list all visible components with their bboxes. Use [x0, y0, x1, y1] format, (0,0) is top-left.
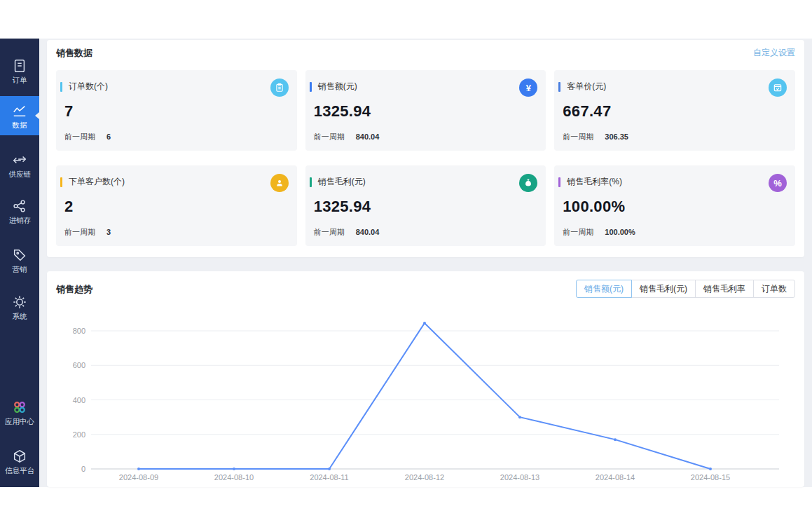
app-center-icon	[12, 400, 27, 415]
tab-gross-profit[interactable]: 销售毛利(元)	[631, 280, 696, 298]
card-title: 销售额(元)	[318, 81, 357, 93]
card-accent-bar	[310, 177, 312, 187]
prev-period-label: 前一周期	[64, 132, 95, 141]
prev-period-value: 306.35	[605, 132, 628, 141]
prev-period-label: 前一周期	[563, 132, 593, 141]
sales-trend-title: 销售趋势	[56, 283, 92, 296]
sidebar-item-info-platform[interactable]: 信息平台	[0, 442, 39, 481]
stat-cards: 订单数(个) 7 前一周期6 销售额(元) ¥	[56, 70, 795, 246]
dashboard-page: 订单 数据 供应链 进销存 营销	[0, 0, 812, 532]
marketing-tag-icon	[12, 247, 27, 263]
tab-order-count[interactable]: 订单数	[753, 280, 795, 298]
card-title: 订单数(个)	[69, 81, 108, 93]
inventory-nodes-icon	[12, 198, 27, 214]
card-accent-bar	[60, 82, 62, 92]
card-accent-bar	[60, 177, 62, 187]
calendar-check-icon	[769, 79, 787, 97]
svg-text:2024-08-13: 2024-08-13	[500, 473, 539, 482]
sidebar-item-label: 应用中心	[5, 418, 34, 425]
sidebar-item-label: 订单	[13, 76, 27, 83]
sidebar-item-system[interactable]: 系统	[0, 287, 39, 327]
prev-period-label: 前一周期	[314, 228, 345, 236]
supply-chain-icon	[12, 152, 27, 168]
sidebar-item-label: 供应链	[8, 170, 30, 177]
sidebar-item-label: 进销存	[8, 217, 30, 224]
sidebar-item-app-center[interactable]: 应用中心	[0, 393, 39, 432]
money-bag-icon	[519, 174, 537, 192]
card-value: 1325.94	[314, 198, 537, 216]
sidebar-item-marketing[interactable]: 营销	[0, 240, 39, 280]
sidebar-item-orders[interactable]: 订单	[0, 51, 39, 90]
svg-text:400: 400	[73, 396, 85, 404]
percent-icon: %	[769, 174, 787, 192]
order-doc-icon	[12, 58, 27, 74]
yen-icon: ¥	[519, 79, 537, 97]
svg-text:0: 0	[81, 465, 85, 473]
prev-period-label: 前一周期	[314, 132, 345, 141]
svg-text:2024-08-12: 2024-08-12	[405, 473, 444, 482]
sidebar-item-label: 数据	[13, 121, 27, 128]
sidebar-item-label: 系统	[13, 313, 27, 320]
main-content: 销售数据 自定义设置 订单数(个) 7 前一周期6	[39, 39, 812, 487]
svg-text:600: 600	[73, 361, 85, 369]
line-chart-icon	[12, 103, 27, 118]
svg-text:200: 200	[73, 430, 85, 439]
sidebar-item-inventory[interactable]: 进销存	[0, 191, 39, 231]
prev-period-label: 前一周期	[64, 228, 95, 236]
card-title: 销售毛利(元)	[318, 176, 366, 188]
prev-period-value: 100.00%	[605, 228, 635, 236]
sidebar-item-label: 营销	[13, 266, 27, 273]
stat-card-sales-amount: 销售额(元) ¥ 1325.94 前一周期840.04	[305, 70, 546, 151]
clipboard-icon	[270, 79, 289, 97]
svg-text:2024-08-11: 2024-08-11	[310, 473, 348, 482]
customer-icon	[270, 174, 289, 192]
prev-period-label: 前一周期	[563, 228, 593, 236]
card-value: 1325.94	[314, 102, 537, 121]
card-title: 客单价(元)	[567, 81, 606, 93]
sidebar-item-data[interactable]: 数据	[0, 96, 39, 135]
custom-settings-link[interactable]: 自定义设置	[753, 47, 795, 59]
svg-text:2024-08-10: 2024-08-10	[214, 473, 254, 482]
svg-text:2024-08-14: 2024-08-14	[596, 473, 635, 482]
sales-data-panel: 销售数据 自定义设置 订单数(个) 7 前一周期6	[47, 40, 804, 257]
info-platform-cube-icon	[12, 449, 27, 464]
tab-gross-margin[interactable]: 销售毛利率	[695, 280, 754, 298]
stat-card-gross-margin: 销售毛利率(%) % 100.00% 前一周期100.00%	[554, 165, 795, 246]
sidebar-item-label: 信息平台	[5, 467, 34, 474]
stat-card-order-count: 订单数(个) 7 前一周期6	[56, 70, 297, 151]
system-gear-icon	[12, 294, 27, 310]
trend-metric-tabs: 销售额(元) 销售毛利(元) 销售毛利率 订单数	[576, 280, 795, 298]
sales-trend-panel: 销售趋势 销售额(元) 销售毛利(元) 销售毛利率 订单数 0200400600…	[47, 271, 804, 487]
sidebar: 订单 数据 供应链 进销存 营销	[0, 39, 39, 487]
svg-text:800: 800	[73, 327, 85, 335]
card-title: 销售毛利率(%)	[567, 176, 622, 188]
card-accent-bar	[310, 82, 312, 92]
prev-period-value: 6	[106, 132, 111, 141]
svg-text:2024-08-15: 2024-08-15	[691, 473, 730, 482]
card-value: 100.00%	[563, 198, 785, 216]
card-accent-bar	[558, 82, 560, 92]
sales-trend-chart: 02004006008002024-08-092024-08-102024-08…	[55, 310, 794, 485]
prev-period-value: 840.04	[356, 228, 380, 236]
sidebar-item-supply-chain[interactable]: 供应链	[0, 145, 39, 184]
stat-card-customer-count: 下单客户数(个) 2 前一周期3	[56, 165, 297, 246]
card-value: 7	[64, 102, 287, 121]
card-accent-bar	[558, 177, 560, 187]
card-title: 下单客户数(个)	[69, 176, 125, 188]
card-value: 2	[64, 198, 287, 216]
prev-period-value: 840.04	[356, 132, 380, 141]
stat-card-gross-profit: 销售毛利(元) 1325.94 前一周期840.04	[305, 165, 546, 246]
tab-sales-amount[interactable]: 销售额(元)	[576, 280, 632, 298]
svg-text:2024-08-09: 2024-08-09	[119, 473, 158, 482]
sales-data-title: 销售数据	[56, 47, 92, 60]
card-value: 667.47	[563, 102, 785, 121]
stat-card-avg-order-value: 客单价(元) 667.47 前一周期306.35	[554, 70, 795, 151]
prev-period-value: 3	[106, 228, 111, 236]
